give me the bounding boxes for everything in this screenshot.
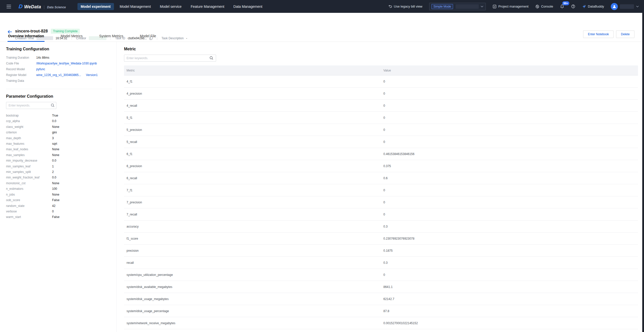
table-row: f1_score 0.23076923076923078 bbox=[124, 233, 638, 245]
metric-name-cell: 7_f1 bbox=[124, 189, 383, 192]
search-icon[interactable] bbox=[210, 56, 213, 61]
nav-item-model-service[interactable]: Model service bbox=[157, 3, 185, 10]
kv-label: Record Model bbox=[6, 66, 36, 72]
param-row: bootstrap True bbox=[6, 113, 112, 118]
param-name: max_features bbox=[6, 141, 52, 146]
param-value: True bbox=[52, 113, 58, 118]
metric-name-cell: system/cpu_utilization_percentage bbox=[124, 273, 383, 277]
search-icon[interactable] bbox=[51, 103, 55, 108]
register-model-version-link[interactable]: Version1 bbox=[86, 73, 98, 77]
metric-name-cell: f1_score bbox=[124, 237, 383, 240]
metric-value-cell: 0 bbox=[383, 116, 385, 120]
tab-model-file[interactable]: Model File bbox=[139, 32, 157, 42]
param-name: bootstrap bbox=[6, 113, 52, 118]
user-menu[interactable] bbox=[611, 3, 639, 10]
param-row: ccp_alpha 0.0 bbox=[6, 118, 112, 124]
param-row: criterion gini bbox=[6, 130, 112, 135]
vertical-scrollbar[interactable] bbox=[642, 13, 644, 332]
notifications-button[interactable]: 99+ bbox=[560, 4, 564, 9]
databuddy-link[interactable]: DataBuddy bbox=[582, 5, 604, 9]
project-mode-select[interactable]: Simple Mode bbox=[429, 3, 486, 10]
metric-value-cell: 0 bbox=[383, 189, 385, 192]
redacted-user-name bbox=[620, 4, 634, 9]
project-management-link[interactable]: Project management bbox=[493, 5, 529, 9]
param-value: None bbox=[52, 180, 59, 186]
nav-item-model-experiment[interactable]: Model experiment bbox=[77, 3, 114, 10]
code-file-link[interactable]: /Workspace/lyw_test/lyw_Wedata-1030.ipyn… bbox=[36, 61, 97, 66]
register-model-link[interactable]: wine_1226_org_v1_300463865... bbox=[36, 73, 81, 77]
metric-name-cell: precision bbox=[124, 249, 383, 252]
table-row: system/network_receive_megabytes 0.00152… bbox=[124, 317, 638, 329]
databuddy-label: DataBuddy bbox=[588, 5, 604, 8]
metric-search-input[interactable] bbox=[124, 55, 216, 62]
wedata-logo-icon: D bbox=[18, 3, 23, 10]
metric-value-cell: 0.0015270001022145152 bbox=[383, 321, 418, 325]
param-value: 0.0 bbox=[52, 158, 56, 163]
metric-name-cell: 5_precision bbox=[124, 128, 383, 132]
metric-value-cell: 0.3 bbox=[383, 261, 388, 265]
metric-value-cell: 0.6 bbox=[383, 176, 388, 180]
table-row: recall 0.3 bbox=[124, 257, 638, 269]
record-model-link[interactable]: pyfunc bbox=[36, 66, 45, 72]
param-name: max_samples bbox=[6, 152, 52, 158]
metric-value-cell: 0 bbox=[383, 128, 385, 132]
param-row: max_samples None bbox=[6, 152, 112, 158]
nav-item-data-management[interactable]: Data Management bbox=[230, 3, 266, 10]
param-value: 0.0 bbox=[52, 175, 56, 180]
metric-name-cell: 5_recall bbox=[124, 140, 383, 144]
help-icon bbox=[571, 4, 575, 9]
metric-panel: Metric Metric Value 4_f1 0 bbox=[124, 42, 638, 329]
metric-value-cell: 62142.7 bbox=[383, 297, 394, 301]
table-row: 4_recall 0 bbox=[124, 100, 638, 112]
param-value: 100 bbox=[52, 186, 57, 192]
menu-icon[interactable] bbox=[7, 5, 11, 8]
navbar-right: Use legacy bill view Simple Mode Project… bbox=[388, 3, 639, 10]
metric-value-cell: 0 bbox=[383, 80, 385, 83]
undo-icon bbox=[388, 5, 392, 8]
param-row: n_estimators 100 bbox=[6, 186, 112, 192]
section-divider bbox=[6, 89, 112, 89]
tab-overview-information[interactable]: Overview Information bbox=[8, 32, 45, 42]
content: Training Configuration Training Duration… bbox=[0, 42, 642, 332]
table-row: 6_recall 0.6 bbox=[124, 172, 638, 184]
nav-item-model-management[interactable]: Model Management bbox=[116, 3, 154, 10]
metric-name-cell: 4_recall bbox=[124, 104, 383, 107]
metric-value-cell: 0.1875 bbox=[383, 249, 393, 252]
notification-count-badge: 99+ bbox=[562, 1, 570, 5]
top-navbar: D WeData | Data Science Model experiment… bbox=[0, 0, 644, 13]
param-value: 0 bbox=[52, 209, 54, 214]
param-search-input[interactable] bbox=[6, 102, 56, 109]
nav-item-feature-management[interactable]: Feature Management bbox=[187, 3, 228, 10]
metric-value-cell: 0.375 bbox=[383, 164, 391, 168]
param-name: monotonic_cst bbox=[6, 180, 52, 186]
param-name: warm_start bbox=[6, 214, 52, 220]
help-button[interactable] bbox=[571, 4, 575, 9]
param-name: ccp_alpha bbox=[6, 118, 52, 124]
table-row: 5_precision 0 bbox=[124, 124, 638, 136]
metric-name-cell: system/disk_available_megabytes bbox=[124, 285, 383, 289]
kv-label: Training Duration bbox=[6, 55, 36, 61]
metric-value-cell: 0 bbox=[383, 273, 385, 277]
console-link[interactable]: Console bbox=[535, 5, 553, 9]
table-row: 7_f1 0 bbox=[124, 184, 638, 196]
param-row: random_state 42 bbox=[6, 203, 112, 209]
param-name: oob_score bbox=[6, 197, 52, 203]
param-row: verbose 0 bbox=[6, 209, 112, 214]
metric-value-cell: 0.3 bbox=[383, 225, 388, 228]
brand-logo: D WeData | Data Science bbox=[19, 3, 66, 10]
param-row: oob_score False bbox=[6, 197, 112, 203]
kv-label: Register Model bbox=[6, 72, 36, 78]
param-value: None bbox=[52, 192, 59, 197]
param-name: min_samples_split bbox=[6, 169, 52, 175]
table-row: 7_recall 0 bbox=[124, 208, 638, 220]
tab-system-metrics[interactable]: System Metrics bbox=[99, 32, 124, 42]
tab-model-metrics[interactable]: Model Metrics bbox=[60, 32, 83, 42]
table-row: system/cpu_utilization_percentage 0 bbox=[124, 269, 638, 281]
legacy-bill-view-label: Use legacy bill view bbox=[394, 5, 422, 8]
metric-table-header: Metric Value bbox=[124, 65, 638, 76]
metric-name-cell: accuracy bbox=[124, 225, 383, 228]
param-name: criterion bbox=[6, 130, 52, 135]
legacy-bill-view-link[interactable]: Use legacy bill view bbox=[388, 5, 422, 8]
param-list: bootstrap True ccp_alpha 0.0 class_weigh… bbox=[6, 113, 112, 220]
metric-value-cell: 0 bbox=[383, 92, 385, 95]
